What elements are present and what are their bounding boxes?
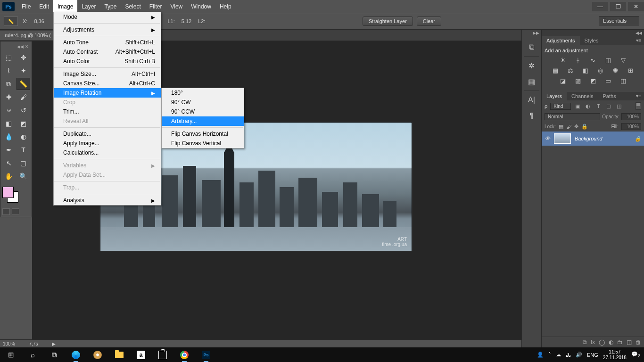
filter-toggle[interactable] [636, 102, 641, 110]
ruler-tool[interactable]: 📏 [17, 78, 30, 90]
lock-paint-icon[interactable]: 🖌 [566, 124, 571, 130]
stamp-tool[interactable]: ⎃ [2, 104, 16, 116]
opacity-value[interactable]: 100% [621, 113, 641, 120]
layers-menu-icon[interactable]: ▾≡ [633, 92, 644, 100]
menu-select[interactable]: Select [121, 0, 145, 13]
lookup-icon[interactable]: ⊞ [626, 66, 636, 74]
filter-type-icon[interactable]: T [594, 103, 602, 109]
invert-icon[interactable]: ◪ [558, 77, 568, 84]
dodge-tool[interactable]: ◐ [17, 131, 30, 143]
path-select-tool[interactable]: ↖ [2, 157, 16, 169]
menu-edit[interactable]: Edit [35, 0, 53, 13]
menu-trim[interactable]: Trim... [54, 107, 161, 116]
lock-pixels-icon[interactable]: ▦ [559, 123, 563, 130]
language-indicator[interactable]: ENG [587, 352, 598, 358]
clear-button[interactable]: Clear [417, 16, 441, 26]
menu-image-size[interactable]: Image Size...Alt+Ctrl+I [54, 69, 161, 79]
network-icon[interactable]: 🖧 [566, 352, 571, 358]
menu-filter[interactable]: Filter [145, 0, 166, 13]
move-tool[interactable]: ✥ [17, 51, 30, 64]
paint-app-icon[interactable] [87, 347, 108, 362]
menu-view[interactable]: View [166, 0, 187, 13]
dock-expand[interactable]: ▶▶ [522, 31, 541, 37]
start-button[interactable]: ⊞ [0, 347, 22, 362]
new-layer-icon[interactable]: ◫ [627, 339, 632, 346]
type-tool[interactable]: T [17, 144, 30, 156]
notifications-icon[interactable]: 💬2 [631, 351, 640, 358]
tray-up-icon[interactable]: ˄ [548, 352, 551, 358]
posterize-icon[interactable]: ▨ [573, 77, 583, 84]
selective-color-icon[interactable]: ◫ [619, 77, 628, 84]
fill-value[interactable]: 100% [621, 123, 641, 130]
menu-image[interactable]: Image [53, 0, 77, 13]
quickmask-icon[interactable] [2, 208, 10, 215]
tab-adjustments[interactable]: Adjustments [542, 36, 580, 45]
gradient-map-icon[interactable]: ▭ [603, 77, 613, 84]
menu-canvas-size[interactable]: Canvas Size...Alt+Ctrl+C [54, 79, 161, 88]
new-group-icon[interactable]: 🗀 [617, 339, 623, 346]
history-brush-tool[interactable]: ↺ [17, 104, 30, 116]
amazon-app-icon[interactable]: a [130, 347, 152, 362]
lock-position-icon[interactable]: ✥ [574, 123, 578, 130]
menu-mode[interactable]: Mode▶ [54, 12, 161, 22]
filter-pixel-icon[interactable]: ▣ [574, 103, 581, 109]
brush-tool[interactable]: 🖌 [17, 91, 30, 103]
gradient-tool[interactable]: ◩ [17, 117, 30, 130]
timing-info[interactable]: 7,7s [29, 341, 38, 346]
hand-tool[interactable]: ✋ [2, 170, 16, 182]
tab-layers[interactable]: Layers [542, 92, 567, 100]
tab-styles[interactable]: Styles [580, 36, 603, 45]
menu-duplicate[interactable]: Duplicate... [54, 129, 161, 139]
tab-paths[interactable]: Paths [598, 92, 621, 100]
toolbox-collapse[interactable]: ◀◀ ✕ [1, 43, 31, 50]
adjustments-collapse[interactable]: ◀◀ [542, 30, 644, 36]
status-more-icon[interactable]: ▶ [52, 341, 56, 346]
rotate-180[interactable]: 180° [162, 88, 244, 98]
chrome-app-icon[interactable] [173, 347, 195, 362]
balance-icon[interactable]: ⚖ [566, 66, 575, 74]
filter-shape-icon[interactable]: ▢ [605, 103, 612, 109]
menu-auto-color[interactable]: Auto ColorShift+Ctrl+B [54, 57, 161, 66]
explorer-app-icon[interactable] [108, 347, 130, 362]
new-adjustment-icon[interactable]: ◐ [609, 339, 613, 346]
screenmode-icon[interactable] [12, 208, 19, 215]
vibrance-icon[interactable]: ▽ [619, 56, 628, 64]
curves-icon[interactable]: ∿ [588, 56, 598, 64]
onedrive-icon[interactable]: ☁ [556, 352, 561, 358]
zoom-level[interactable]: 100% [3, 341, 15, 346]
menu-adjustments[interactable]: Adjustments▶ [54, 25, 161, 34]
edge-app-icon[interactable] [65, 347, 87, 362]
threshold-icon[interactable]: ◩ [588, 77, 598, 84]
paragraph-panel-icon[interactable]: ¶ [525, 109, 539, 123]
volume-icon[interactable]: 🔊 [576, 352, 582, 358]
delete-layer-icon[interactable]: 🗑 [636, 339, 641, 346]
document-tab[interactable]: ruler4.jpg @ 100% ( [0, 31, 56, 40]
menu-image-rotation[interactable]: Image Rotation▶ [54, 88, 161, 98]
layer-thumbnail[interactable] [554, 133, 571, 144]
marquee-tool[interactable]: ⬚ [2, 51, 16, 64]
character-panel-icon[interactable]: A| [525, 93, 539, 107]
close-button[interactable]: ✕ [628, 2, 644, 11]
menu-layer[interactable]: Layer [77, 0, 100, 13]
people-icon[interactable]: 👤 [537, 352, 544, 358]
magic-wand-tool[interactable]: ✦ [17, 65, 30, 77]
rotate-90ccw[interactable]: 90° CCW [162, 107, 244, 116]
levels-icon[interactable]: ⟊ [573, 56, 583, 64]
blur-tool[interactable]: 💧 [2, 131, 16, 143]
mask-icon[interactable]: ◯ [599, 339, 605, 346]
maximize-button[interactable]: ❐ [610, 2, 626, 11]
tab-channels[interactable]: Channels [567, 92, 598, 100]
menu-auto-contrast[interactable]: Auto ContrastAlt+Shift+Ctrl+L [54, 47, 161, 57]
layer-filter-kind[interactable]: Kind [550, 103, 571, 110]
menu-type[interactable]: Type [100, 0, 121, 13]
zoom-tool[interactable]: 🔍 [17, 170, 30, 182]
menu-analysis[interactable]: Analysis▶ [54, 196, 161, 205]
brightness-icon[interactable]: ☀ [558, 56, 568, 64]
minimize-button[interactable]: — [592, 2, 608, 11]
menu-window[interactable]: Window [187, 0, 215, 13]
menu-apply-image[interactable]: Apply Image... [54, 139, 161, 148]
crop-tool[interactable]: ⧉ [2, 78, 16, 90]
store-app-icon[interactable] [152, 347, 173, 362]
straighten-button[interactable]: Straighten Layer [363, 16, 413, 26]
layer-background[interactable]: 👁 Background 🔒 [542, 132, 644, 146]
